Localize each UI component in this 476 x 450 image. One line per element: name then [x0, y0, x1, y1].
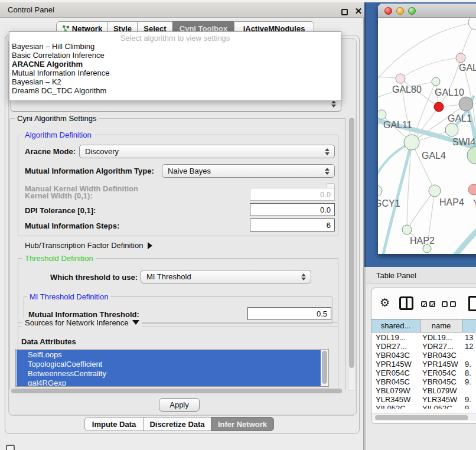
list-vertical-scrollbar[interactable] — [321, 350, 328, 386]
table-cell[interactable]: YER054C — [420, 369, 462, 377]
network-node[interactable] — [423, 244, 431, 253]
network-node[interactable] — [402, 225, 412, 234]
tab-impute-data[interactable]: Impute Data — [84, 417, 144, 431]
data-attributes-list[interactable]: SelfLoopsTopologicalCoefficientBetweenne… — [15, 349, 329, 387]
network-node[interactable] — [396, 74, 405, 83]
table-row[interactable]: YBR045CYBR045C9. — [371, 377, 476, 386]
checked-checkbox-icon[interactable]: ✓ — [421, 301, 427, 307]
network-node[interactable] — [468, 18, 476, 30]
table-cell[interactable] — [462, 386, 476, 395]
table-cell[interactable]: YPR145W — [371, 360, 420, 369]
table-cell[interactable]: 12 — [462, 342, 476, 351]
dpi-tolerance-field[interactable]: 0.0 — [250, 203, 335, 216]
algorithm-dropdown-item[interactable]: ARACNE Algorithm — [9, 60, 341, 69]
minimized-panel-icon[interactable] — [6, 445, 15, 450]
table-cell[interactable]: YBL079W — [371, 386, 420, 395]
table-cell[interactable]: YIL052C — [420, 404, 462, 409]
network-node[interactable] — [468, 184, 476, 195]
aracne-mode-combo[interactable]: Discovery — [79, 145, 335, 158]
network-node[interactable] — [404, 135, 419, 150]
data-attribute-item[interactable]: BetweennessCentrality — [17, 369, 321, 379]
table-cell[interactable]: YDR27... — [371, 342, 420, 351]
table-cell[interactable]: YLR345W — [371, 395, 420, 404]
hub-definition-expander[interactable]: Hub/Transcription Factor Definition — [25, 241, 152, 250]
network-node[interactable] — [467, 146, 476, 164]
scrollbar-thumb[interactable] — [322, 351, 327, 384]
kernel-width-field[interactable]: 0.0 — [250, 188, 335, 201]
table-row[interactable]: YDL19...YDL19...13 — [371, 333, 476, 342]
algorithm-dropdown-item[interactable]: Basic Correlation Inference — [9, 51, 341, 60]
scrollbar-thumb[interactable] — [375, 415, 468, 420]
scrollbar-thumb[interactable] — [349, 118, 354, 368]
table-cell[interactable]: YBR043C — [371, 351, 420, 360]
table-cell[interactable]: YER054C — [371, 369, 420, 377]
table-body[interactable]: YDL19...YDL19...13YDR27...YDR27...12YBR0… — [371, 333, 476, 409]
network-window[interactable]: GAL GAL80 GAL10 GAL1 GAL11 GAL4 SWI4 GCY… — [378, 4, 476, 254]
column-header-name[interactable]: name — [420, 319, 462, 332]
close-icon[interactable]: ✕ — [353, 5, 364, 18]
algorithm-dropdown-item[interactable]: Dream8 DC_TDC Algorithm — [9, 86, 341, 95]
network-window-titlebar[interactable] — [378, 4, 476, 18]
mi-threshold-field[interactable]: 0.5 — [247, 307, 331, 320]
mi-steps-field[interactable]: 6 — [250, 219, 335, 231]
tab-discretize-data[interactable]: Discretize Data — [143, 417, 211, 431]
table-row[interactable]: YPR145WYPR145W9. — [371, 360, 476, 369]
unchecked-checkbox-icon[interactable] — [442, 301, 448, 307]
table-cell[interactable]: YBR045C — [371, 377, 420, 386]
table-cell[interactable]: 9 — [462, 404, 476, 409]
table-row[interactable]: YLR345WYLR345W9. — [371, 395, 476, 404]
mi-type-combo[interactable]: Naive Bayes — [162, 164, 335, 178]
table-cell[interactable]: 13 — [462, 333, 476, 342]
network-node[interactable] — [378, 110, 386, 119]
columns-icon[interactable] — [399, 296, 413, 310]
table-row[interactable]: YBL079WYBL079W — [371, 386, 476, 395]
column-header-shared-name[interactable]: shared... — [371, 319, 420, 332]
which-threshold-combo[interactable]: MI Threshold — [141, 270, 311, 283]
table-cell[interactable]: YIL052C — [371, 404, 420, 409]
table-horizontal-scrollbar[interactable] — [371, 413, 476, 421]
network-node[interactable] — [378, 185, 382, 196]
gear-icon[interactable]: ⚙ — [380, 297, 390, 309]
scrollbar-thumb[interactable] — [11, 389, 342, 393]
network-node[interactable] — [445, 123, 458, 136]
page-icon[interactable] — [468, 296, 476, 311]
network-node[interactable] — [434, 102, 444, 112]
algorithm-dropdown-item[interactable]: Mutual Information Inference — [9, 69, 341, 77]
tab-infer-network[interactable]: Infer Network — [211, 417, 274, 431]
table-cell[interactable]: YBL079W — [420, 386, 462, 395]
settings-horizontal-scrollbar[interactable] — [9, 387, 346, 394]
table-row[interactable]: YER054CYER054C8. — [371, 369, 476, 377]
network-node[interactable] — [456, 53, 465, 63]
table-cell[interactable]: YDR27... — [420, 342, 462, 351]
settings-vertical-scrollbar[interactable] — [348, 116, 356, 391]
mac-minimize-icon[interactable] — [396, 7, 404, 15]
network-node[interactable] — [429, 185, 441, 197]
network-node[interactable] — [459, 97, 473, 111]
table-cell[interactable]: YBR045C — [420, 377, 462, 386]
algorithm-dropdown-item[interactable]: Bayesian – Hill Climbing — [9, 42, 341, 51]
table-cell[interactable]: 9. — [462, 377, 476, 386]
apply-button[interactable]: Apply — [159, 398, 200, 412]
table-row[interactable]: YBR043CYBR043C — [371, 351, 476, 360]
table-cell[interactable]: YDL19... — [420, 333, 462, 342]
table-row[interactable]: YDR27...YDR27...12 — [371, 342, 476, 351]
checked-checkbox-icon[interactable]: ✓ — [429, 301, 435, 307]
mac-close-icon[interactable] — [384, 7, 392, 15]
table-cell[interactable] — [462, 351, 476, 360]
mac-zoom-icon[interactable] — [408, 7, 416, 15]
sources-expander[interactable]: Sources for Network Inference — [22, 318, 142, 327]
table-cell[interactable]: 8. — [462, 369, 476, 377]
column-header-third[interactable] — [462, 319, 476, 332]
data-attribute-item[interactable]: SelfLoops — [17, 350, 321, 360]
unchecked-checkbox-icon[interactable] — [450, 301, 456, 307]
float-window-icon[interactable] — [341, 9, 348, 15]
table-row[interactable]: YIL052CYIL052C9 — [371, 404, 476, 409]
algorithm-dropdown-item[interactable]: Bayesian – K2 — [9, 77, 341, 86]
data-attribute-item[interactable]: gal4RGexp — [17, 379, 321, 387]
table-cell[interactable]: YLR345W — [420, 395, 462, 404]
network-canvas[interactable]: GAL GAL80 GAL10 GAL1 GAL11 GAL4 SWI4 GCY… — [378, 18, 476, 254]
table-cell[interactable]: 9. — [462, 360, 476, 369]
data-attribute-item[interactable]: TopologicalCoefficient — [17, 360, 321, 369]
network-node[interactable] — [432, 77, 440, 86]
table-cell[interactable]: YPR145W — [420, 360, 462, 369]
